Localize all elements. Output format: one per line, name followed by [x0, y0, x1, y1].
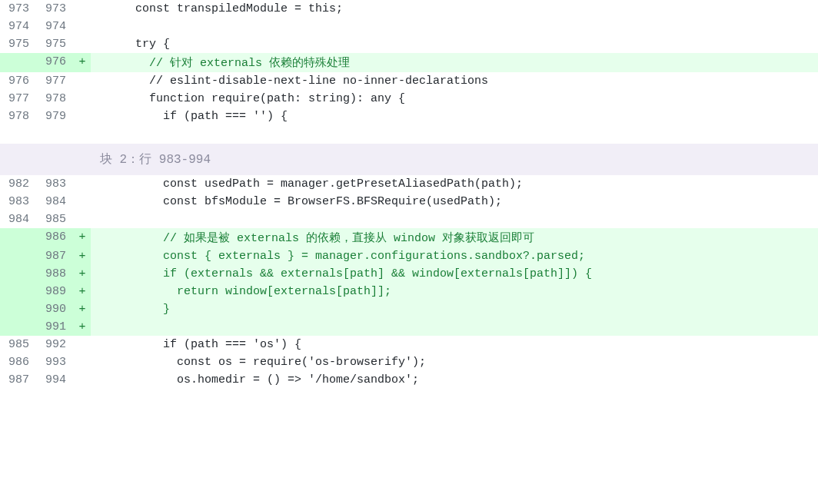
line-number-new: 986 [37, 228, 74, 247]
diff-row[interactable]: 986+ // 如果是被 externals 的依赖，直接从 window 对象… [0, 228, 818, 247]
line-number-new: 983 [37, 175, 74, 193]
diff-marker: + [74, 283, 91, 300]
diff-row[interactable]: 985992 if (path === 'os') { [0, 336, 818, 353]
code-content [91, 211, 818, 228]
diff-marker [74, 0, 91, 18]
line-number-old: 974 [0, 18, 37, 35]
diff-marker: + [74, 247, 91, 265]
code-content: return window[externals[path]]; [91, 283, 818, 300]
line-number-new: 978 [37, 90, 74, 108]
line-number-old: 977 [0, 90, 37, 108]
diff-marker [74, 371, 91, 389]
diff-row[interactable]: 973973 const transpiledModule = this; [0, 0, 818, 18]
line-number-old [0, 265, 37, 283]
code-content: function require(path: string): any { [91, 90, 818, 108]
diff-marker: + [74, 265, 91, 283]
line-number-old [0, 283, 37, 300]
code-content: const { externals } = manager.configurat… [91, 247, 818, 265]
line-number-new: 977 [37, 72, 74, 90]
code-content: const os = require('os-browserify'); [91, 353, 818, 371]
line-number-new: 987 [37, 247, 74, 265]
line-number-new: 993 [37, 353, 74, 371]
line-number-new: 976 [37, 53, 74, 72]
diff-row[interactable]: 982983 const usedPath = manager.getPrese… [0, 175, 818, 193]
line-number-old [0, 318, 37, 336]
diff-marker [74, 193, 91, 211]
line-number-new: 974 [37, 18, 74, 35]
diff-row[interactable]: 986993 const os = require('os-browserify… [0, 353, 818, 371]
code-content [91, 18, 818, 35]
code-content [91, 318, 818, 336]
line-number-new: 991 [37, 318, 74, 336]
diff-spacer [0, 125, 818, 144]
code-content: } [91, 300, 818, 318]
code-content: os.homedir = () => '/home/sandbox'; [91, 371, 818, 389]
diff-marker: + [74, 318, 91, 336]
line-number-new: 990 [37, 300, 74, 318]
line-number-old: 987 [0, 371, 37, 389]
diff-row[interactable]: 987+ const { externals } = manager.confi… [0, 247, 818, 265]
diff-row[interactable]: 976977 // eslint-disable-next-line no-in… [0, 72, 818, 90]
line-number-old [0, 247, 37, 265]
diff-marker: + [74, 53, 91, 72]
diff-marker: + [74, 300, 91, 318]
diff-row[interactable]: 978979 if (path === '') { [0, 108, 818, 125]
diff-marker [74, 336, 91, 353]
diff-row[interactable]: 987994 os.homedir = () => '/home/sandbox… [0, 371, 818, 389]
line-number-new: 988 [37, 265, 74, 283]
code-content: if (path === '') { [91, 108, 818, 125]
code-content: const usedPath = manager.getPresetAliase… [91, 175, 818, 193]
diff-marker [74, 108, 91, 125]
line-number-old: 986 [0, 353, 37, 371]
line-number-old: 973 [0, 0, 37, 18]
diff-row[interactable]: 988+ if (externals && externals[path] &&… [0, 265, 818, 283]
diff-row[interactable]: 977978 function require(path: string): a… [0, 90, 818, 108]
line-number-old: 975 [0, 35, 37, 53]
diff-marker [74, 35, 91, 53]
diff-marker [74, 175, 91, 193]
diff-row[interactable]: 984985 [0, 211, 818, 228]
line-number-old: 985 [0, 336, 37, 353]
diff-hunk-header[interactable]: 块 2：行 983-994 [0, 144, 818, 175]
code-content: // 如果是被 externals 的依赖，直接从 window 对象获取返回即… [91, 228, 818, 247]
line-number-old: 982 [0, 175, 37, 193]
diff-table: 973973 const transpiledModule = this;974… [0, 0, 818, 389]
code-content: try { [91, 35, 818, 53]
diff-row[interactable]: 976+ // 针对 externals 依赖的特殊处理 [0, 53, 818, 72]
line-number-new: 994 [37, 371, 74, 389]
line-number-old [0, 300, 37, 318]
code-content: const transpiledModule = this; [91, 0, 818, 18]
line-number-old [0, 228, 37, 247]
code-content: if (externals && externals[path] && wind… [91, 265, 818, 283]
code-content: // eslint-disable-next-line no-inner-dec… [91, 72, 818, 90]
code-content: if (path === 'os') { [91, 336, 818, 353]
code-content: const bfsModule = BrowserFS.BFSRequire(u… [91, 193, 818, 211]
diff-marker [74, 90, 91, 108]
line-number-old: 984 [0, 211, 37, 228]
hunk-label: 块 2：行 983-994 [91, 144, 818, 175]
line-number-new: 989 [37, 283, 74, 300]
line-number-old [0, 53, 37, 72]
code-content: // 针对 externals 依赖的特殊处理 [91, 53, 818, 72]
line-number-new: 973 [37, 0, 74, 18]
line-number-new: 975 [37, 35, 74, 53]
diff-row[interactable]: 991+ [0, 318, 818, 336]
diff-row[interactable]: 983984 const bfsModule = BrowserFS.BFSRe… [0, 193, 818, 211]
diff-marker [74, 211, 91, 228]
diff-row[interactable]: 975975 try { [0, 35, 818, 53]
line-number-new: 985 [37, 211, 74, 228]
diff-marker [74, 72, 91, 90]
diff-hunk-1: 973973 const transpiledModule = this;974… [0, 0, 818, 125]
line-number-new: 979 [37, 108, 74, 125]
line-number-old: 976 [0, 72, 37, 90]
line-number-new: 992 [37, 336, 74, 353]
diff-row[interactable]: 990+ } [0, 300, 818, 318]
line-number-new: 984 [37, 193, 74, 211]
line-number-old: 978 [0, 108, 37, 125]
diff-marker [74, 353, 91, 371]
diff-marker: + [74, 228, 91, 247]
diff-marker [74, 18, 91, 35]
diff-hunk-2: 982983 const usedPath = manager.getPrese… [0, 175, 818, 389]
diff-row[interactable]: 974974 [0, 18, 818, 35]
diff-row[interactable]: 989+ return window[externals[path]]; [0, 283, 818, 300]
